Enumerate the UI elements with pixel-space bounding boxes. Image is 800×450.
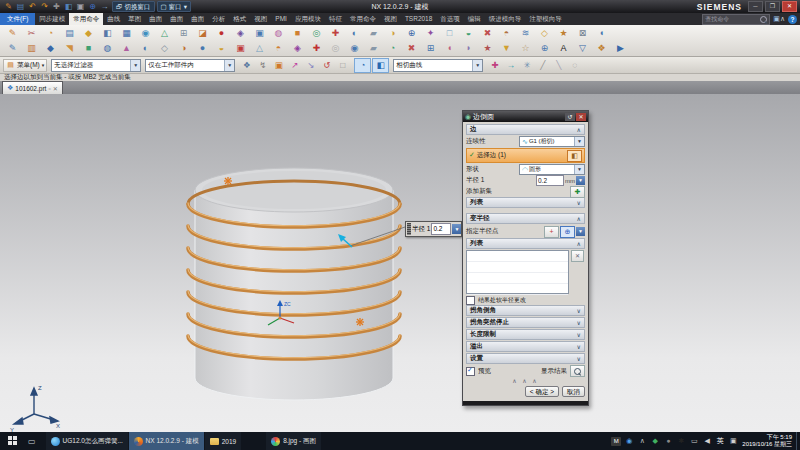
- model-canvas[interactable]: ZC Z X Y: [0, 94, 800, 432]
- plus-icon[interactable]: ✚: [307, 41, 326, 55]
- intersection-icon[interactable]: ✳: [519, 59, 534, 72]
- collapsed-section-3[interactable]: 溢出∨: [466, 341, 585, 352]
- gem-icon[interactable]: ◈: [288, 41, 307, 55]
- cylinder-body[interactable]: [195, 168, 393, 400]
- csys-icon[interactable]: ⊕: [402, 26, 421, 40]
- cross-icon[interactable]: ✖: [402, 41, 421, 55]
- bar-icon[interactable]: ▰: [364, 41, 383, 55]
- selection-scope-dropdown[interactable]: 仅在工作部件内 ▼: [145, 59, 235, 72]
- shape-dropdown[interactable]: ◠ 圆形 ▼: [519, 164, 585, 175]
- frame-icon[interactable]: ◇: [155, 41, 174, 55]
- vector-icon[interactable]: ↗: [287, 59, 302, 72]
- tab-16[interactable]: TSR2018: [401, 13, 436, 25]
- bend-icon[interactable]: ◑: [174, 41, 193, 55]
- volume-icon[interactable]: ◀: [702, 436, 712, 446]
- close-button[interactable]: ✕: [782, 1, 797, 12]
- tube-icon[interactable]: ◎: [307, 26, 326, 40]
- assembly-icon[interactable]: ❖: [239, 59, 254, 72]
- arc-icon[interactable]: ◒: [212, 41, 231, 55]
- screen-icon[interactable]: ▣: [773, 15, 780, 22]
- play-icon[interactable]: ▶: [611, 41, 630, 55]
- continuity-dropdown[interactable]: ∿ G1 (相切) ▼: [519, 136, 585, 147]
- command-search-input[interactable]: 查找命令: [702, 14, 770, 25]
- task-view-button[interactable]: ▭: [28, 437, 36, 446]
- smooth-radius-checkbox[interactable]: [466, 296, 475, 305]
- floating-radius-value[interactable]: 0.2: [431, 223, 451, 235]
- quarter-icon[interactable]: ◔: [383, 41, 402, 55]
- half-icon[interactable]: ◖: [592, 26, 611, 40]
- taskbar-item-2[interactable]: 2019: [205, 432, 241, 450]
- center-snap-icon[interactable]: ◌: [567, 59, 582, 72]
- view-triad[interactable]: Z X Y: [10, 385, 60, 432]
- network-icon[interactable]: ▭: [689, 436, 699, 446]
- midpoint-icon[interactable]: ╱: [535, 59, 550, 72]
- rib-icon[interactable]: ▰: [364, 26, 383, 40]
- tab-14[interactable]: 常用命令: [346, 13, 380, 25]
- menu-button[interactable]: ▤ 菜单(M) ▾: [3, 59, 47, 72]
- cancel-button[interactable]: 取消: [562, 386, 585, 397]
- taskbar-item-1[interactable]: NX 12.0.2.9 - 建模: [129, 432, 204, 450]
- tangent-snap-icon[interactable]: ╲: [551, 59, 566, 72]
- dialog-close-button[interactable]: ✕: [576, 113, 586, 121]
- onscreen-radius-input[interactable]: 半径 1 0.2 ▼: [405, 221, 462, 237]
- blend-icon[interactable]: ◍: [269, 26, 288, 40]
- formula-dropdown-icon[interactable]: ▼: [576, 176, 585, 185]
- input-language-indicator[interactable]: 英: [715, 436, 725, 446]
- draft-icon[interactable]: △: [155, 26, 174, 40]
- mirror-icon[interactable]: ◐: [345, 26, 364, 40]
- move-icon[interactable]: ↘: [303, 59, 318, 72]
- save-icon[interactable]: ▤: [15, 1, 26, 12]
- tab-8[interactable]: 分析: [208, 13, 229, 25]
- collapsed-section-4[interactable]: 设置∨: [466, 353, 585, 364]
- dialog-titlebar[interactable]: ◉ 边倒圆 ↺ ✕: [463, 111, 588, 122]
- offset-icon[interactable]: ◑: [383, 26, 402, 40]
- point-dialog-icon[interactable]: +: [544, 226, 559, 238]
- tab-13[interactable]: 特征: [325, 13, 346, 25]
- datum-plane-icon[interactable]: ▤: [60, 26, 79, 40]
- revolve-icon[interactable]: ◔: [41, 26, 60, 40]
- remove-item-button[interactable]: ✕: [571, 250, 584, 262]
- collapsed-section-0[interactable]: 拐角倒角∨: [466, 305, 585, 316]
- tab-1[interactable]: 同步建模: [35, 13, 69, 25]
- selection-filter-dropdown[interactable]: 无选择过滤器 ▼: [51, 59, 141, 72]
- tab-3[interactable]: 曲线: [103, 13, 124, 25]
- tab-17[interactable]: 首选项: [436, 13, 464, 25]
- shield-icon[interactable]: ◉: [624, 436, 634, 446]
- tab-4[interactable]: 草图: [124, 13, 145, 25]
- shell-icon[interactable]: ▣: [250, 26, 269, 40]
- emboss-icon[interactable]: ◇: [535, 26, 554, 40]
- spark-icon[interactable]: ✦: [421, 26, 440, 40]
- trim-icon[interactable]: ✂: [22, 26, 41, 40]
- target-icon[interactable]: ◉: [345, 41, 364, 55]
- text-icon[interactable]: A: [554, 41, 573, 55]
- star-icon[interactable]: ★: [554, 26, 573, 40]
- plus-circle-icon[interactable]: ⊕: [535, 41, 554, 55]
- sweep-icon[interactable]: ◒: [459, 26, 478, 40]
- point-constructor-icon[interactable]: ⊕: [560, 226, 575, 238]
- taskbar-clock[interactable]: 下午 5:19 2019/10/16 星期三: [738, 434, 796, 448]
- redo-icon[interactable]: ↷: [39, 1, 50, 12]
- tab-19[interactable]: 级进模向导: [485, 13, 526, 25]
- section-variable-radius[interactable]: 变半径 ∧: [466, 213, 585, 224]
- formula-dropdown-icon[interactable]: ▼: [452, 224, 461, 234]
- add-icon[interactable]: ✚: [51, 1, 62, 12]
- gray-tray-icon[interactable]: ●: [663, 436, 673, 446]
- minimize-button[interactable]: ─: [748, 1, 763, 12]
- left-half-icon[interactable]: ◖: [440, 41, 459, 55]
- hole-icon[interactable]: ◉: [136, 26, 155, 40]
- tab-5[interactable]: 曲面: [145, 13, 166, 25]
- section-edge[interactable]: 边 ∧: [466, 124, 585, 135]
- show-desktop-button[interactable]: [796, 432, 800, 450]
- bound-icon[interactable]: □: [440, 26, 459, 40]
- variable-radius-list[interactable]: [466, 250, 569, 294]
- point-icon[interactable]: ✚: [326, 26, 345, 40]
- select-edge-row[interactable]: ✓ 选择边 (1) ◧: [466, 148, 585, 163]
- paste-icon[interactable]: ▣: [75, 1, 86, 12]
- feature-icon[interactable]: ★: [478, 41, 497, 55]
- radius-input[interactable]: 0.2: [536, 175, 564, 186]
- extrude-icon[interactable]: ◧: [98, 26, 117, 40]
- part-tab[interactable]: ❖ 101602.prt ▫ ✕: [2, 81, 63, 94]
- undo-icon[interactable]: ↶: [27, 1, 38, 12]
- start-button[interactable]: [8, 436, 18, 446]
- dot-icon[interactable]: ●: [193, 41, 212, 55]
